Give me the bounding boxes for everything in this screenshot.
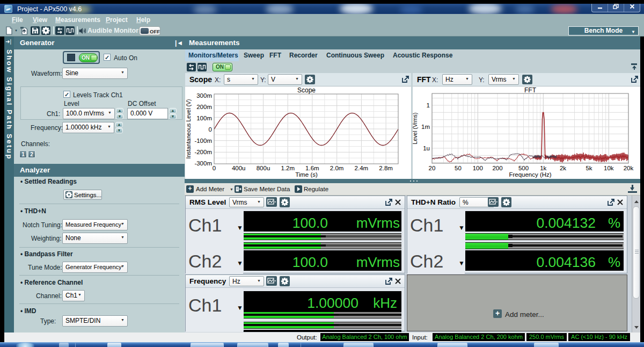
svg-text:1m: 1m	[421, 124, 430, 130]
svg-text:1: 1	[427, 102, 430, 109]
svg-text:Time (s): Time (s)	[295, 171, 318, 178]
svg-text:100m: 100m	[196, 115, 212, 121]
svg-text:1.2m: 1.2m	[281, 165, 295, 171]
svg-text:400u: 400u	[232, 165, 246, 171]
svg-text:2.4m: 2.4m	[355, 165, 369, 171]
svg-text:100: 100	[473, 165, 483, 171]
svg-text:500: 500	[518, 165, 529, 171]
svg-text:20: 20	[429, 165, 436, 171]
svg-text:10k: 10k	[604, 165, 614, 171]
svg-text:200: 200	[492, 165, 502, 171]
svg-text:200m: 200m	[196, 104, 212, 110]
svg-text:0: 0	[209, 126, 212, 133]
svg-text:2.8m: 2.8m	[379, 165, 393, 171]
svg-text:5k: 5k	[586, 165, 592, 171]
svg-text:2k: 2k	[560, 165, 566, 171]
svg-text:2.0m: 2.0m	[330, 165, 344, 171]
svg-text:50: 50	[455, 165, 462, 171]
svg-text:FFT: FFT	[524, 86, 537, 94]
svg-text:Level (Vrms): Level (Vrms)	[413, 112, 418, 144]
svg-text:Instantaneous Level (V): Instantaneous Level (V)	[185, 99, 192, 159]
svg-text:Frequency (Hz): Frequency (Hz)	[509, 171, 551, 178]
svg-text:1u: 1u	[423, 145, 430, 151]
svg-text:Scope: Scope	[297, 86, 316, 94]
svg-text:0: 0	[213, 165, 216, 171]
svg-text:-200m: -200m	[194, 149, 212, 155]
svg-text:800u: 800u	[257, 165, 270, 171]
svg-text:-100m: -100m	[194, 138, 212, 144]
svg-text:20k: 20k	[624, 165, 634, 171]
svg-text:300m: 300m	[196, 92, 212, 99]
svg-text:1k: 1k	[540, 165, 546, 171]
svg-text:1.6m: 1.6m	[305, 165, 319, 171]
svg-text:-300m: -300m	[194, 160, 212, 167]
